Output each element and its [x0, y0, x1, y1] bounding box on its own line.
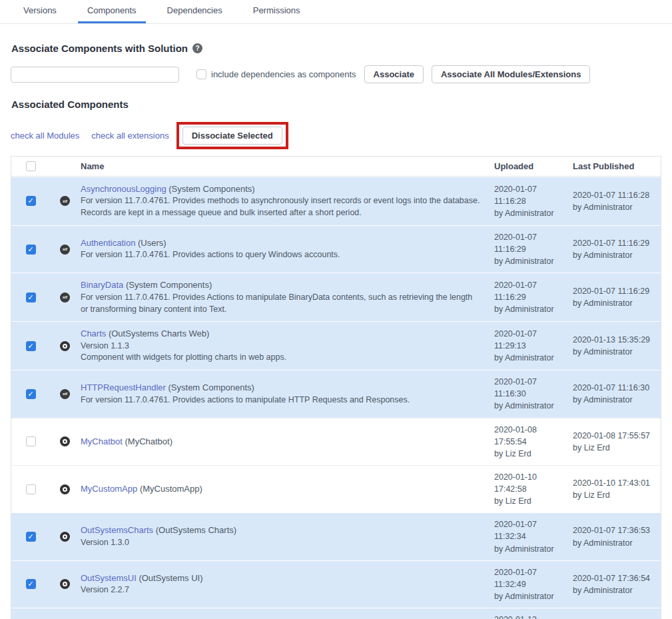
components-table-body: ✓ xif AsynchronousLogging (System Compon… [11, 177, 661, 619]
module-icon [60, 579, 70, 589]
table-row: ✓ OutSystemsUI (OutSystems UI) Version 2… [11, 560, 661, 608]
component-name-link[interactable]: MyChatbot [81, 436, 123, 446]
component-scope: (Users) [138, 238, 167, 248]
component-scope: (OutSystems Charts Web) [109, 328, 209, 338]
component-scope: (System Components) [168, 184, 254, 194]
row-checkbox[interactable]: ✓ [26, 532, 36, 542]
table-row: MyCustomApp (MyCustomApp) 2020-01-10 17:… [11, 465, 661, 512]
component-scope: (MyCustomApp) [140, 484, 202, 494]
page-title: Associate Components with Solution ? [11, 43, 661, 54]
component-description: Version 1.3.0 [81, 537, 481, 549]
dissociate-selected-button[interactable]: Dissociate Selected [182, 127, 282, 145]
table-row: ✓ xif Authentication (Users) For version… [11, 225, 661, 273]
uploaded-date: 2020-01-07 11:32:49 [494, 566, 569, 590]
uploaded-date: 2020-01-07 11:16:29 [494, 279, 569, 303]
uploaded-cell: 2020-01-07 11:16:29 by Administrator [494, 226, 573, 273]
component-scope: (OutSystems Charts) [156, 525, 236, 535]
last-published-cell: 2020-01-07 11:16:29 by Administrator [573, 280, 661, 314]
component-description: Version 2.2.7 [81, 584, 481, 596]
uploaded-cell: 2020-01-07 11:29:13 by Administrator [494, 322, 573, 369]
last-published-cell: 2020-01-07 11:16:29 by Administrator [573, 232, 661, 267]
components-table-header: Name Uploaded Last Published [11, 157, 661, 177]
module-icon [60, 436, 70, 446]
component-description: For version 11.7.0.4761. Provides action… [81, 249, 481, 261]
table-row: ✓ xif AsynchronousLogging (System Compon… [11, 177, 661, 225]
row-checkbox[interactable]: ✓ [26, 245, 36, 255]
associate-title: Associate Components with Solution [11, 43, 188, 54]
table-row: MyChatbot (MyChatbot) 2020-01-08 17:55:5… [11, 418, 661, 465]
component-name-link[interactable]: BinaryData [81, 280, 123, 290]
table-row: ✓ Charts (OutSystems Charts Web) Version… [11, 321, 661, 370]
uploaded-cell: 2020-01-07 11:32:49 by Administrator [494, 561, 573, 608]
row-checkbox[interactable]: ✓ [26, 196, 36, 206]
row-checkbox[interactable]: ✓ [26, 293, 36, 303]
published-date: 2020-01-07 11:16:29 [573, 285, 657, 297]
row-checkbox[interactable]: ✓ [26, 579, 36, 589]
uploaded-by: by Liz Erd [494, 448, 569, 460]
row-checkbox[interactable]: ✓ [26, 341, 36, 351]
component-scope: (OutSystems UI) [139, 573, 202, 583]
tab-components[interactable]: Components [78, 0, 146, 23]
component-name-link[interactable]: AsynchronousLogging [81, 184, 167, 194]
check-all-extensions-link[interactable]: check all extensions [91, 131, 168, 141]
check-all-modules-link[interactable]: check all Modules [11, 131, 79, 141]
component-name-link[interactable]: MyCustomApp [81, 484, 137, 494]
row-checkbox[interactable] [26, 436, 36, 446]
uploaded-cell: 2020-01-07 11:16:28 by Administrator [494, 178, 573, 225]
component-name-link[interactable]: OutSystemsCharts [81, 525, 153, 535]
associate-button[interactable]: Associate [364, 65, 424, 83]
module-icon [60, 532, 70, 542]
module-icon [60, 341, 70, 351]
tab-dependencies[interactable]: Dependencies [158, 0, 232, 23]
uploaded-cell: 2020-01-10 17:42:58 by Liz Erd [494, 466, 573, 512]
header-uploaded: Uploaded [494, 161, 573, 171]
published-by: by Administrator [573, 297, 657, 309]
tab-permissions[interactable]: Permissions [244, 0, 310, 23]
component-description: For version 11.7.0.4761. Provides Action… [81, 292, 481, 316]
header-name: Name [81, 161, 494, 171]
table-row: ✓ xif HTTPRequestHandler (System Compone… [11, 370, 661, 417]
component-name-link[interactable]: OutSystemsUI [81, 573, 137, 583]
uploaded-date: 2020-01-07 11:32:34 [494, 518, 569, 542]
associate-all-button[interactable]: Associate All Modules/Extensions [432, 65, 590, 83]
component-name-link[interactable]: HTTPRequestHandler [81, 382, 166, 392]
last-published-cell: 2020-01-07 11:16:30 by Administrator [573, 376, 661, 411]
uploaded-date: 2020-01-13 15:39:58 [494, 614, 569, 619]
uploaded-by: by Administrator [494, 590, 569, 602]
select-all-checkbox[interactable] [26, 161, 36, 171]
published-date: 2020-01-10 17:43:01 [573, 477, 657, 489]
help-icon[interactable]: ? [192, 43, 202, 53]
tab-bar: VersionsComponentsDependenciesPermission… [0, 0, 672, 24]
published-date: 2020-01-07 11:16:28 [573, 189, 657, 201]
component-scope: (MyChatbot) [125, 436, 173, 446]
published-date: 2020-01-07 17:36:53 [573, 524, 657, 536]
component-name-link[interactable]: Authentication [81, 238, 135, 248]
uploaded-date: 2020-01-10 17:42:58 [494, 471, 569, 495]
uploaded-date: 2020-01-08 17:55:54 [494, 424, 569, 448]
published-by: by Administrator [573, 346, 657, 358]
uploaded-cell: 2020-01-07 11:16:29 by Administrator [494, 274, 573, 320]
bulk-actions-row: check all Modules check all extensions D… [11, 122, 661, 149]
row-checkbox[interactable] [26, 484, 36, 494]
header-checkbox-cell [11, 161, 50, 171]
published-by: by Administrator [573, 249, 657, 261]
published-by: by Administrator [573, 201, 657, 213]
page: VersionsComponentsDependenciesPermission… [0, 0, 672, 619]
uploaded-by: by Administrator [494, 543, 569, 555]
component-name-input[interactable] [11, 67, 179, 83]
uploaded-date: 2020-01-07 11:16:29 [494, 231, 569, 255]
row-checkbox[interactable]: ✓ [26, 389, 36, 399]
uploaded-by: by Administrator [494, 255, 569, 267]
include-dependencies-checkbox[interactable] [196, 69, 206, 79]
component-name-link[interactable]: Charts [81, 328, 106, 338]
table-row: ✓ OutSystemsCharts (OutSystems Charts) V… [11, 512, 661, 560]
uploaded-by: by Administrator [494, 303, 569, 315]
uploaded-by: by Administrator [494, 207, 569, 219]
uploaded-cell: 2020-01-07 11:32:34 by Administrator [494, 513, 573, 560]
component-scope: (System Components) [126, 280, 212, 290]
last-published-cell: 2020-01-07 11:16:28 by Administrator [573, 184, 661, 219]
uploaded-date: 2020-01-07 11:16:28 [494, 183, 569, 207]
published-date: 2020-01-07 11:16:29 [573, 237, 657, 249]
tab-versions[interactable]: Versions [14, 0, 66, 23]
uploaded-cell: 2020-01-13 15:39:58 by Liz Erd [494, 608, 573, 619]
